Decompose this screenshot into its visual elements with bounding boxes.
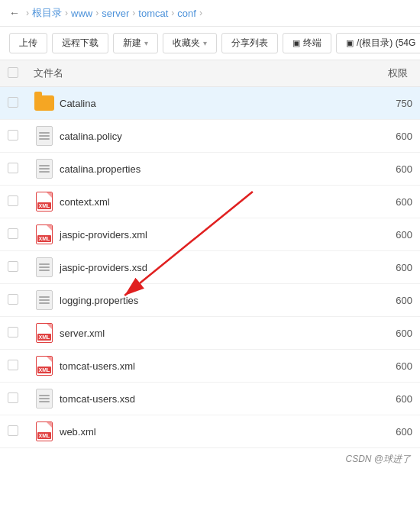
file-table: 文件名 权限 Catalina750 catalina.policy600 ca… xyxy=(0,60,420,448)
file-perms: 600 xyxy=(374,251,420,284)
toolbar: 上传 远程下载 新建 ▾ 收藏夹 ▾ 分享列表 ▣ 终端 ▣ /(根目录) (5… xyxy=(0,27,420,60)
terminal-label: 终端 xyxy=(303,37,321,50)
breadcrumb-sep-1: › xyxy=(65,8,68,18)
file-name-cell[interactable]: XML context.xml xyxy=(26,186,374,218)
xsd-icon xyxy=(34,388,55,409)
breadcrumb-sep-5: › xyxy=(199,8,202,18)
txt-icon xyxy=(34,158,55,179)
file-name-cell[interactable]: catalina.properties xyxy=(26,153,374,186)
row-checkbox-catalina-policy[interactable] xyxy=(8,130,18,140)
file-perms: 600 xyxy=(374,284,420,317)
file-name-cell[interactable]: Catalina xyxy=(26,87,374,120)
folder-icon xyxy=(34,92,55,114)
remote-download-button[interactable]: 远程下载 xyxy=(52,33,108,53)
terminal-button[interactable]: ▣ 终端 xyxy=(283,33,331,53)
file-name-cell[interactable]: catalina.policy xyxy=(26,120,374,153)
table-row[interactable]: XML jaspic-providers.xml600 xyxy=(0,218,420,251)
file-perms: 600 xyxy=(374,186,420,218)
table-row[interactable]: XML context.xml600 xyxy=(0,186,420,218)
breadcrumb-sep-0: › xyxy=(26,8,29,18)
file-name-label: Catalina xyxy=(60,98,96,109)
file-perms: 600 xyxy=(374,350,420,383)
breadcrumb-conf[interactable]: conf xyxy=(177,8,196,19)
file-perms: 750 xyxy=(374,87,420,120)
breadcrumb-sep-2: › xyxy=(95,8,99,18)
file-name-label: tomcat-users.xml xyxy=(60,360,135,372)
favorites-label: 收藏夹 xyxy=(173,37,200,50)
file-name-cell[interactable]: XML server.xml xyxy=(26,317,374,350)
watermark: CSDN @球进了 xyxy=(0,448,420,470)
table-row[interactable]: catalina.properties600 xyxy=(0,153,420,186)
new-dropdown-arrow: ▾ xyxy=(144,39,148,47)
breadcrumb-sep-3: › xyxy=(132,8,135,18)
xsd-icon xyxy=(34,257,55,278)
xml-icon: XML xyxy=(34,224,55,245)
file-name-label: jaspic-providers.xsd xyxy=(60,262,147,273)
file-perms: 600 xyxy=(374,218,420,251)
row-checkbox-jaspic-providers-xsd[interactable] xyxy=(8,261,18,272)
file-name-label: tomcat-users.xsd xyxy=(60,393,135,405)
txt-icon xyxy=(34,125,55,147)
select-all-checkbox[interactable] xyxy=(8,67,18,78)
file-perms: 600 xyxy=(374,317,420,350)
xml-icon: XML xyxy=(34,355,55,376)
file-name-label: server.xml xyxy=(60,328,105,339)
root-label: /(根目录) (54G xyxy=(357,37,415,50)
row-checkbox-catalina-properties[interactable] xyxy=(8,163,18,173)
table-row[interactable]: tomcat-users.xsd600 xyxy=(0,383,420,415)
row-checkbox-context-xml[interactable] xyxy=(8,195,18,206)
breadcrumb-tomcat[interactable]: tomcat xyxy=(138,8,168,19)
col-header-perms: 权限 xyxy=(374,60,420,87)
favorites-dropdown-arrow: ▾ xyxy=(203,39,207,47)
xml-icon: XML xyxy=(34,322,55,344)
row-checkbox-web-xml[interactable] xyxy=(8,425,18,436)
xml-icon: XML xyxy=(34,191,55,212)
table-row[interactable]: XML server.xml600 xyxy=(0,317,420,350)
file-name-label: web.xml xyxy=(60,426,96,438)
row-checkbox-tomcat-users-xsd[interactable] xyxy=(8,392,18,403)
back-button[interactable]: ← xyxy=(9,7,20,19)
file-name-cell[interactable]: XML tomcat-users.xml xyxy=(26,350,374,383)
table-row[interactable]: Catalina750 xyxy=(0,87,420,120)
file-name-label: context.xml xyxy=(60,196,110,208)
file-name-cell[interactable]: XML web.xml xyxy=(26,415,374,448)
file-perms: 600 xyxy=(374,383,420,415)
file-name-label: catalina.properties xyxy=(60,163,141,175)
xml-icon: XML xyxy=(34,421,55,442)
new-button[interactable]: 新建 ▾ xyxy=(113,33,158,53)
file-name-label: jaspic-providers.xml xyxy=(60,229,147,241)
breadcrumb: ← › 根目录 › www › server › tomcat › conf › xyxy=(0,0,420,27)
terminal-icon: ▣ xyxy=(292,38,300,48)
favorites-button[interactable]: 收藏夹 ▾ xyxy=(163,33,217,53)
root-button[interactable]: ▣ /(根目录) (54G xyxy=(336,33,420,53)
table-row[interactable]: catalina.policy600 xyxy=(0,120,420,153)
file-name-label: catalina.policy xyxy=(60,131,122,142)
row-checkbox-catalina-dir[interactable] xyxy=(8,97,18,108)
table-row[interactable]: XML web.xml600 xyxy=(0,415,420,448)
file-name-cell[interactable]: tomcat-users.xsd xyxy=(26,383,374,415)
breadcrumb-root[interactable]: 根目录 xyxy=(32,6,62,20)
table-row[interactable]: XML tomcat-users.xml600 xyxy=(0,350,420,383)
breadcrumb-www[interactable]: www xyxy=(71,8,92,19)
file-name-cell[interactable]: logging.properties xyxy=(26,284,374,317)
file-perms: 600 xyxy=(374,120,420,153)
row-checkbox-tomcat-users-xml[interactable] xyxy=(8,360,18,370)
new-button-label: 新建 xyxy=(123,37,141,50)
file-table-container: 文件名 权限 Catalina750 catalina.policy600 ca… xyxy=(0,60,420,448)
share-list-button[interactable]: 分享列表 xyxy=(221,33,278,53)
breadcrumb-server[interactable]: server xyxy=(102,8,129,19)
file-name-cell[interactable]: jaspic-providers.xsd xyxy=(26,251,374,284)
upload-button[interactable]: 上传 xyxy=(9,33,47,53)
file-name-cell[interactable]: XML jaspic-providers.xml xyxy=(26,218,374,251)
breadcrumb-sep-4: › xyxy=(171,8,174,18)
col-header-check xyxy=(0,60,26,87)
row-checkbox-jaspic-providers-xml[interactable] xyxy=(8,228,18,239)
row-checkbox-server-xml[interactable] xyxy=(8,327,18,338)
table-header-row: 文件名 权限 xyxy=(0,60,420,87)
file-perms: 600 xyxy=(374,415,420,448)
file-perms: 600 xyxy=(374,153,420,186)
table-row[interactable]: jaspic-providers.xsd600 xyxy=(0,251,420,284)
table-row[interactable]: logging.properties600 xyxy=(0,284,420,317)
row-checkbox-logging-properties[interactable] xyxy=(8,294,18,305)
file-name-label: logging.properties xyxy=(60,295,138,306)
